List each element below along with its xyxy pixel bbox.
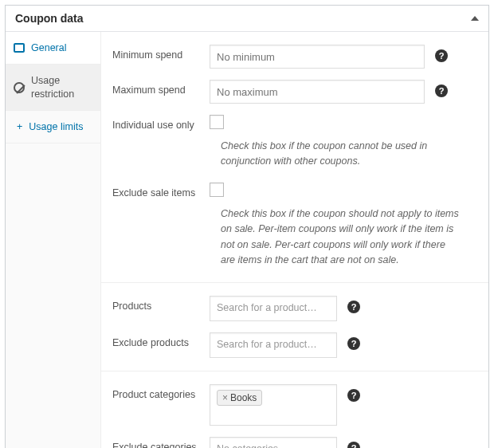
products-select[interactable]: Search for a product… <box>210 296 337 321</box>
categories-group: Product categories × Books ? Exclude cat… <box>101 371 488 448</box>
help-icon[interactable]: ? <box>347 301 360 313</box>
chip-remove-icon[interactable]: × <box>222 392 228 403</box>
tab-label: Usage limits <box>29 120 83 133</box>
individual-use-checkbox[interactable] <box>210 115 224 129</box>
individual-use-desc: Check this box if the coupon cannot be u… <box>101 134 488 175</box>
tab-usage-restriction[interactable]: Usage restriction <box>6 65 100 111</box>
exclude-products-select[interactable]: Search for a product… <box>210 332 337 358</box>
exclude-categories-label: Exclude categories <box>112 437 210 448</box>
min-spend-input[interactable] <box>210 45 425 69</box>
tab-label: General <box>31 41 66 54</box>
min-spend-label: Minimum spend <box>112 45 210 61</box>
max-spend-label: Maximum spend <box>112 80 210 96</box>
category-chip: × Books <box>217 390 262 406</box>
help-icon[interactable]: ? <box>435 49 448 62</box>
help-icon[interactable]: ? <box>347 337 360 350</box>
exclude-products-label: Exclude products <box>112 332 210 348</box>
exclude-sale-label: Exclude sale items <box>112 183 210 198</box>
chip-label: Books <box>230 392 257 403</box>
product-categories-select[interactable]: × Books <box>210 384 337 426</box>
spend-group: Minimum spend ? Maximum spend ? Individu… <box>101 32 488 283</box>
product-categories-label: Product categories <box>112 384 210 400</box>
ticket-icon <box>14 43 25 53</box>
exclude-categories-select[interactable]: No categories <box>210 437 337 448</box>
panel-body: General Usage restriction + Usage limits… <box>6 32 488 448</box>
products-label: Products <box>112 296 210 312</box>
exclude-sale-desc: Check this box if the coupon should not … <box>101 202 488 273</box>
help-icon[interactable]: ? <box>347 389 360 402</box>
max-spend-input[interactable] <box>210 80 425 104</box>
tabs-sidebar: General Usage restriction + Usage limits <box>6 32 101 448</box>
ban-icon <box>14 82 25 93</box>
individual-use-label: Individual use only <box>112 115 210 131</box>
products-group: Products Search for a product… ? Exclude… <box>101 283 488 371</box>
help-icon[interactable]: ? <box>435 84 448 97</box>
exclude-sale-checkbox[interactable] <box>210 183 224 197</box>
panel-header: Coupon data <box>6 6 488 32</box>
content-area: Minimum spend ? Maximum spend ? Individu… <box>101 32 488 448</box>
tab-usage-limits[interactable]: + Usage limits <box>6 111 100 143</box>
coupon-data-panel: Coupon data General Usage restriction + … <box>5 5 489 448</box>
panel-title: Coupon data <box>15 12 84 25</box>
collapse-toggle-icon[interactable] <box>471 16 479 21</box>
help-icon[interactable]: ? <box>347 442 360 448</box>
tab-label: Usage restriction <box>31 74 92 100</box>
plus-icon: + <box>17 120 22 133</box>
tab-general[interactable]: General <box>6 32 100 65</box>
